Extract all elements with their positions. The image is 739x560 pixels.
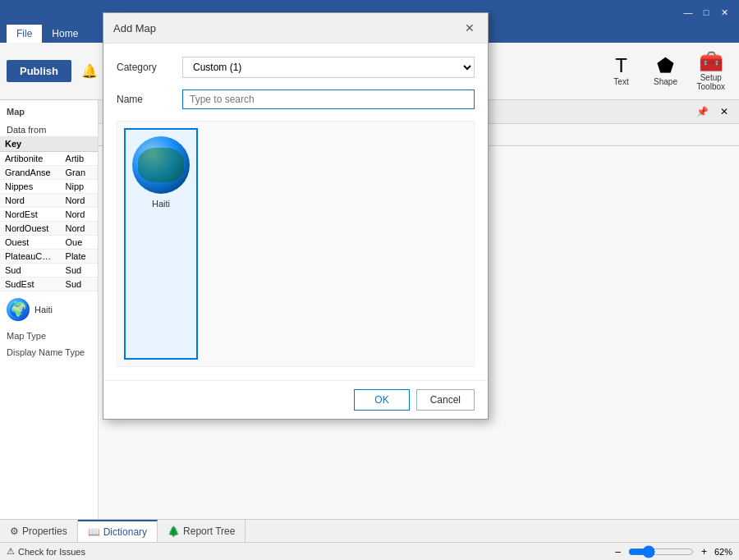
- row-key: Ouest: [0, 236, 61, 250]
- dictionary-icon: 📖: [88, 526, 100, 538]
- tab-dictionary[interactable]: 📖 Dictionary: [78, 520, 158, 542]
- row-key: Artibonite: [0, 152, 61, 166]
- haiti-label: Haiti: [152, 199, 170, 209]
- notification-icon[interactable]: 🔔: [81, 63, 98, 79]
- ok-button[interactable]: OK: [354, 389, 409, 411]
- zoom-level: 62%: [714, 547, 732, 557]
- shape-button[interactable]: ⬟ Shape: [645, 46, 686, 96]
- table-row[interactable]: NordEstNord: [0, 208, 98, 222]
- map-type-label: Map Type: [7, 331, 91, 341]
- row-key: GrandAnse: [0, 166, 61, 180]
- row-key: NordOuest: [0, 222, 61, 236]
- row-key: NordEst: [0, 208, 61, 222]
- category-label: Category: [117, 62, 182, 73]
- bottom-tabs: ⚙ Properties 📖 Dictionary 🌲 Report Tree: [0, 519, 739, 542]
- tab-properties[interactable]: ⚙ Properties: [0, 520, 78, 542]
- dialog-close-button[interactable]: ✕: [461, 20, 478, 36]
- map-type-section: Map Type: [0, 328, 98, 344]
- shape-label: Shape: [654, 77, 677, 86]
- table-row[interactable]: SudEstSud: [0, 278, 98, 291]
- map-item-haiti[interactable]: Haiti: [124, 128, 198, 360]
- category-select[interactable]: Custom (1)DefaultWorld: [182, 57, 475, 78]
- row-val: Sud: [61, 278, 98, 291]
- text-label: Text: [613, 77, 628, 86]
- table-row[interactable]: NippesNipp: [0, 180, 98, 194]
- table-row[interactable]: OuestOue: [0, 236, 98, 250]
- dialog-title: Add Map: [113, 22, 156, 34]
- row-val: Sud: [61, 264, 98, 278]
- left-panel: Map Data from Key ArtiboniteArtibGrandAn…: [0, 100, 99, 519]
- maximize-button[interactable]: □: [698, 4, 714, 21]
- check-issues-button[interactable]: ⚠ Check for Issues: [7, 546, 85, 557]
- category-row: Category Custom (1)DefaultWorld: [117, 57, 475, 78]
- row-key: Nippes: [0, 180, 61, 194]
- app-window: — □ ✕ File Home Publish 🔔 EN ▾ My Compan…: [0, 0, 739, 560]
- row-key: Sud: [0, 264, 61, 278]
- table-row[interactable]: NordNord: [0, 194, 98, 208]
- close-button[interactable]: ✕: [716, 4, 732, 21]
- name-row: Name: [117, 90, 475, 109]
- panel-close-button[interactable]: ✕: [716, 103, 732, 120]
- table-row[interactable]: PlateauCentralPlate: [0, 250, 98, 264]
- display-name-label: Display Name Type: [7, 347, 91, 357]
- check-issues-icon: ⚠: [7, 546, 15, 557]
- add-map-dialog: Add Map ✕ Category Custom (1)DefaultWorl…: [103, 12, 489, 420]
- dialog-body: Category Custom (1)DefaultWorld Name Hai…: [103, 44, 488, 380]
- name-label: Name: [117, 94, 182, 105]
- publish-button[interactable]: Publish: [7, 60, 71, 82]
- toolbox-icon: 🧰: [699, 52, 723, 71]
- table-row[interactable]: NordOuestNord: [0, 222, 98, 236]
- text-icon: T: [615, 56, 627, 76]
- tab-report-tree[interactable]: 🌲 Report Tree: [158, 520, 246, 542]
- row-key: Nord: [0, 194, 61, 208]
- data-from-label: Data from: [0, 123, 98, 136]
- properties-icon: ⚙: [10, 526, 19, 537]
- panel-pin-button[interactable]: 📌: [692, 103, 713, 120]
- report-tree-icon: 🌲: [168, 526, 180, 537]
- toolbox-setup-button[interactable]: 🧰 SetupToolbox: [690, 46, 732, 96]
- row-val: Nord: [61, 194, 98, 208]
- ribbon-tab-home[interactable]: Home: [42, 25, 88, 43]
- ribbon-tab-file[interactable]: File: [7, 25, 42, 43]
- dialog-footer: OK Cancel: [103, 380, 488, 419]
- row-val: Nipp: [61, 180, 98, 194]
- row-val: Nord: [61, 208, 98, 222]
- table-header-key: Key: [0, 136, 61, 152]
- zoom-in-button[interactable]: +: [697, 544, 711, 560]
- title-bar-controls: — □ ✕: [680, 4, 732, 21]
- toolbox-label: SetupToolbox: [697, 73, 725, 91]
- status-bar: ⚠ Check for Issues – + 62%: [0, 542, 739, 560]
- table-header-val: [61, 136, 98, 152]
- data-table: Key ArtiboniteArtibGrandAnseGranNippesNi…: [0, 136, 98, 291]
- map-section-label: Map: [0, 100, 98, 123]
- name-input[interactable]: [182, 90, 475, 109]
- row-val: Nord: [61, 222, 98, 236]
- row-val: Oue: [61, 236, 98, 250]
- dialog-title-bar: Add Map ✕: [103, 13, 488, 44]
- table-row[interactable]: ArtiboniteArtib: [0, 152, 98, 166]
- map-preview-name: Haiti: [34, 305, 53, 314]
- row-key: PlateauCentral: [0, 250, 61, 264]
- row-val: Gran: [61, 166, 98, 180]
- map-preview: 🌍 Haiti: [0, 291, 98, 328]
- table-row[interactable]: GrandAnseGran: [0, 166, 98, 180]
- display-name-type-section: Display Name Type: [0, 344, 98, 360]
- minimize-button[interactable]: —: [680, 4, 696, 21]
- zoom-slider[interactable]: [628, 545, 694, 558]
- row-val: Plate: [61, 250, 98, 264]
- shape-icon: ⬟: [657, 56, 674, 76]
- haiti-globe-icon: [132, 136, 190, 194]
- status-zoom: – + 62%: [611, 544, 732, 560]
- row-val: Artib: [61, 152, 98, 166]
- map-grid: Haiti: [117, 121, 475, 367]
- text-button[interactable]: T Text: [601, 46, 642, 96]
- map-globe-icon: 🌍: [7, 298, 30, 321]
- table-row[interactable]: SudSud: [0, 264, 98, 278]
- zoom-out-button[interactable]: –: [611, 544, 625, 560]
- cancel-button[interactable]: Cancel: [416, 389, 475, 411]
- row-key: SudEst: [0, 278, 61, 291]
